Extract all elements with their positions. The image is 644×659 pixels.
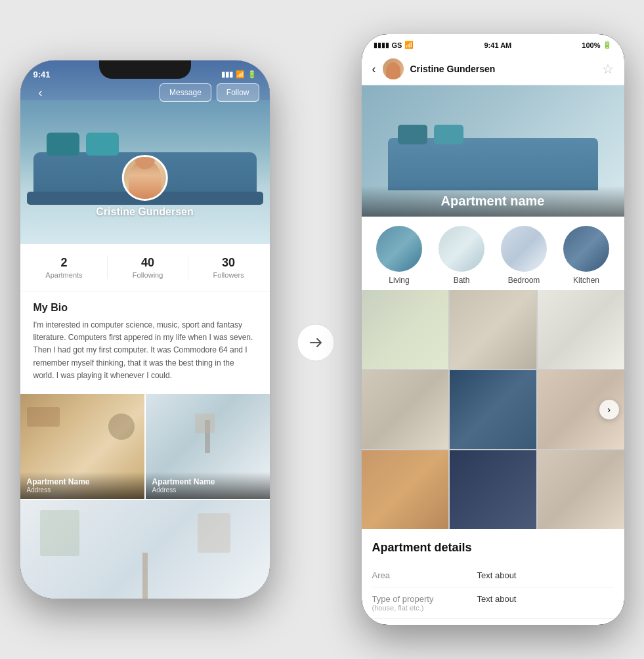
pillow-2 <box>86 133 119 156</box>
room-cat-circle-bedroom <box>501 226 547 272</box>
status-bar-right: ▮▮▮▮ GS 📶 9:41 AM 100% 🔋 <box>362 34 624 53</box>
phone-right: ▮▮▮▮ GS 📶 9:41 AM 100% 🔋 ‹ Cristine Gund… <box>362 34 624 625</box>
photo-4[interactable] <box>362 370 448 449</box>
battery-icon: 🔋 <box>247 70 257 79</box>
room-cat-bedroom[interactable]: Bedroom <box>501 226 547 285</box>
avatar-section: Cristine Gundersen <box>96 155 193 218</box>
profile-header: ‹ Message Follow Cristine Gundersen <box>20 60 270 244</box>
status-icons-left: ▮▮▮ 📶 🔋 <box>221 70 257 79</box>
apt-card-2[interactable]: Apartment Name Address <box>146 394 270 499</box>
room-cat-circle-kitchen <box>563 226 609 272</box>
hero-overlay: Apartment name <box>362 186 624 217</box>
battery-pct: 100% <box>582 41 600 49</box>
apartment-hero-name: Apartment name <box>372 194 614 209</box>
message-button[interactable]: Message <box>160 83 211 102</box>
favorite-button[interactable]: ☆ <box>602 61 614 77</box>
detail-row-area: Area Text about <box>372 564 614 587</box>
apt-card-addr-2: Address <box>152 486 263 494</box>
room-cat-label-living: Living <box>389 276 409 285</box>
hero-pillow-2 <box>434 125 463 144</box>
back-button-left[interactable]: ‹ <box>31 83 51 102</box>
hero-pillow-1 <box>398 125 427 144</box>
avatar <box>121 155 167 201</box>
transition-arrow <box>296 323 335 362</box>
apt-card-overlay-1: Apartment Name Address <box>20 472 144 499</box>
notch-left <box>99 60 191 79</box>
apartment-hero: Apartment name <box>362 85 624 217</box>
right-nav-person-img <box>386 62 400 79</box>
right-nav: ‹ Cristine Gundersen ☆ <box>362 53 624 85</box>
right-nav-avatar <box>383 58 404 79</box>
detail-label-area: Area <box>372 570 477 580</box>
room-cat-kitchen[interactable]: Kitchen <box>563 226 609 285</box>
details-title: Apartment details <box>372 541 614 555</box>
room-cat-living[interactable]: Living <box>376 226 422 285</box>
photo-1[interactable] <box>362 290 448 369</box>
stat-divider-2 <box>188 256 188 279</box>
wifi-icon-right: 📶 <box>404 41 414 49</box>
room-cat-circle-living <box>376 226 422 272</box>
detail-row-type: Type of property (house, flat etc.) Text… <box>372 587 614 619</box>
photo-5[interactable] <box>450 370 536 449</box>
photo-2[interactable] <box>450 290 536 369</box>
right-nav-name: Cristine Gundersen <box>410 64 595 74</box>
profile-name: Cristine Gundersen <box>96 206 193 218</box>
stat-followers: 30 Followers <box>213 256 244 279</box>
nav-actions: Message Follow <box>160 83 259 102</box>
carrier-name: GS <box>392 41 402 49</box>
apt-card-addr-1: Address <box>27 486 138 494</box>
stat-following: 40 Following <box>133 256 163 279</box>
detail-value-type: Text about <box>477 594 517 604</box>
photo-9[interactable] <box>538 450 624 529</box>
stat-followers-label: Followers <box>213 271 244 279</box>
avatar-person <box>128 159 161 199</box>
room-cat-label-kitchen: Kitchen <box>573 276 599 285</box>
stat-apartments-num: 2 <box>45 256 82 270</box>
carrier-signal: ▮▮▮▮ GS 📶 <box>374 41 414 49</box>
photo-grid: › <box>362 290 624 529</box>
battery-icon-right: 🔋 <box>603 41 612 49</box>
status-icons-right: 100% 🔋 <box>582 41 612 49</box>
apartment-details: Apartment details Area Text about Type o… <box>362 530 624 625</box>
grid-next-button[interactable]: › <box>599 400 619 419</box>
room-cat-label-bath: Bath <box>454 276 470 285</box>
screen-right: ▮▮▮▮ GS 📶 9:41 AM 100% 🔋 ‹ Cristine Gund… <box>362 34 624 625</box>
stat-divider-1 <box>107 256 108 279</box>
room-cat-circle-bath <box>439 226 484 272</box>
hero-sofa <box>388 138 598 190</box>
wifi-icon: 📶 <box>236 70 245 79</box>
stat-following-num: 40 <box>133 256 163 270</box>
room-categories: Living Bath Bedroom Kitchen <box>362 217 624 289</box>
detail-value-area: Text about <box>477 570 517 580</box>
photo-8[interactable] <box>450 450 536 529</box>
apartment-grid: Apartment Name Address Apartment Name Ad… <box>20 394 270 599</box>
detail-label-type: Type of property (house, flat etc.) <box>372 594 477 612</box>
time-right: 9:41 AM <box>484 41 511 49</box>
apt-card-3[interactable] <box>20 500 270 599</box>
photo-7[interactable] <box>362 450 448 529</box>
nav-bar-left: ‹ Message Follow <box>20 83 270 102</box>
bio-section: My Bio I'm interested in computer scienc… <box>20 291 270 393</box>
apt-card-1[interactable]: Apartment Name Address <box>20 394 144 499</box>
stat-following-label: Following <box>133 271 163 279</box>
stats-bar: 2 Apartments 40 Following 30 Followers <box>20 244 270 291</box>
room-cat-label-bedroom: Bedroom <box>508 276 540 285</box>
signal-icon: ▮▮▮ <box>221 70 233 79</box>
screen-left: 9:41 ▮▮▮ 📶 🔋 ‹ Message Follow <box>20 60 270 599</box>
time-left: 9:41 <box>33 70 51 79</box>
pillow-1 <box>47 133 79 156</box>
phone-left: 9:41 ▮▮▮ 📶 🔋 ‹ Message Follow <box>20 60 270 599</box>
room-cat-bath[interactable]: Bath <box>439 226 484 285</box>
photo-3[interactable] <box>538 290 624 369</box>
stat-followers-num: 30 <box>213 256 244 270</box>
follow-button[interactable]: Follow <box>217 83 259 102</box>
apt-card-overlay-2: Apartment Name Address <box>146 472 270 499</box>
bio-text: I'm interested in computer science, musi… <box>33 319 257 382</box>
apt-card-name-1: Apartment Name <box>27 477 138 486</box>
stat-apartments: 2 Apartments <box>45 256 82 279</box>
bio-title: My Bio <box>33 302 257 314</box>
apt-card-name-2: Apartment Name <box>152 477 263 486</box>
signal-bars-icon: ▮▮▮▮ <box>374 41 389 49</box>
back-button-right[interactable]: ‹ <box>372 62 376 76</box>
stat-apartments-label: Apartments <box>45 271 82 279</box>
